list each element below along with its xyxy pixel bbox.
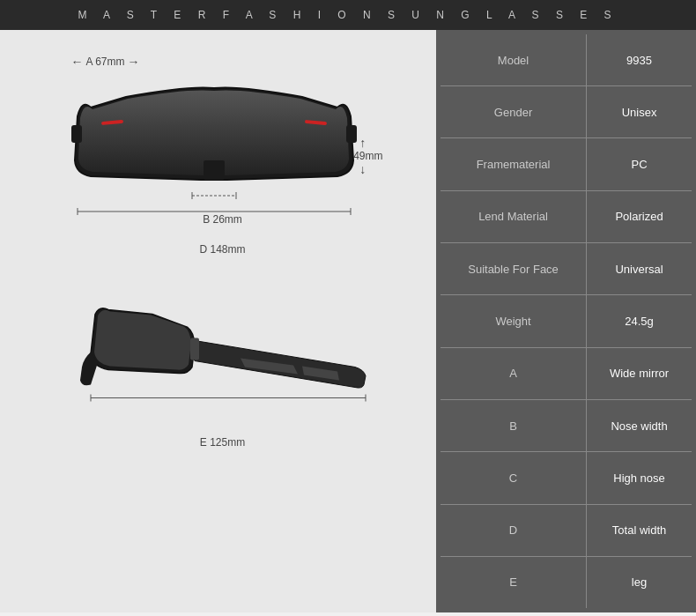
spec-value: PC xyxy=(587,138,692,190)
spec-row: Model9935 xyxy=(441,34,692,86)
spec-label: Suitable For Face xyxy=(441,242,587,294)
spec-row: Eleg xyxy=(441,556,692,608)
glasses-side-svg xyxy=(64,281,381,422)
spec-label: Lend Material xyxy=(441,190,587,242)
spec-value: Total width xyxy=(587,504,692,556)
spec-label: Framematerial xyxy=(441,138,587,190)
side-view-area: E 125mm xyxy=(56,277,390,453)
spec-label: Model xyxy=(441,34,587,86)
spec-value: leg xyxy=(587,556,692,608)
spec-label: E xyxy=(441,556,587,608)
left-panel: ← A 67mm → ↑ C 49mm ↓ xyxy=(0,30,436,612)
spec-value: Unisex xyxy=(587,86,692,138)
svg-rect-11 xyxy=(190,338,199,360)
spec-table: Model9935GenderUnisexFramematerialPCLend… xyxy=(441,34,692,608)
spec-row: CHigh nose xyxy=(441,452,692,504)
spec-row: GenderUnisex xyxy=(441,86,692,138)
svg-rect-3 xyxy=(71,125,82,143)
spec-value: Universal xyxy=(587,242,692,294)
spec-row: AWide mirror xyxy=(441,347,692,399)
spec-label: C xyxy=(441,452,587,504)
spec-label: A xyxy=(441,347,587,399)
dim-B-label: B 26mm xyxy=(203,213,242,226)
spec-value: 24.5g xyxy=(587,295,692,347)
svg-rect-0 xyxy=(204,160,225,180)
spec-table-panel: Model9935GenderUnisexFramematerialPCLend… xyxy=(436,30,696,612)
glasses-front-svg xyxy=(64,72,364,222)
dim-A-label: ← A 67mm → xyxy=(71,55,140,69)
svg-rect-4 xyxy=(346,125,357,143)
spec-label: Weight xyxy=(441,295,587,347)
spec-value: Wide mirror xyxy=(587,347,692,399)
dim-E-label: E 125mm xyxy=(200,436,245,449)
spec-row: Lend MaterialPolarized xyxy=(441,190,692,242)
spec-row: DTotal width xyxy=(441,504,692,556)
spec-label: Gender xyxy=(441,86,587,138)
site-header: M A S T E R F A S H I O N S U N G L A S … xyxy=(0,0,696,30)
dim-D-label: D 148mm xyxy=(199,243,245,256)
spec-row: Weight24.5g xyxy=(441,295,692,347)
spec-value: 9935 xyxy=(587,34,692,86)
spec-label: D xyxy=(441,504,587,556)
spec-label: B xyxy=(441,399,587,451)
spec-row: Suitable For FaceUniversal xyxy=(441,242,692,294)
spec-value: High nose xyxy=(587,452,692,504)
header-title: M A S T E R F A S H I O N S U N G L A S … xyxy=(78,9,618,21)
spec-row: FramematerialPC xyxy=(441,138,692,190)
spec-row: BNose width xyxy=(441,399,692,451)
spec-value: Nose width xyxy=(587,399,692,451)
spec-value: Polarized xyxy=(587,190,692,242)
